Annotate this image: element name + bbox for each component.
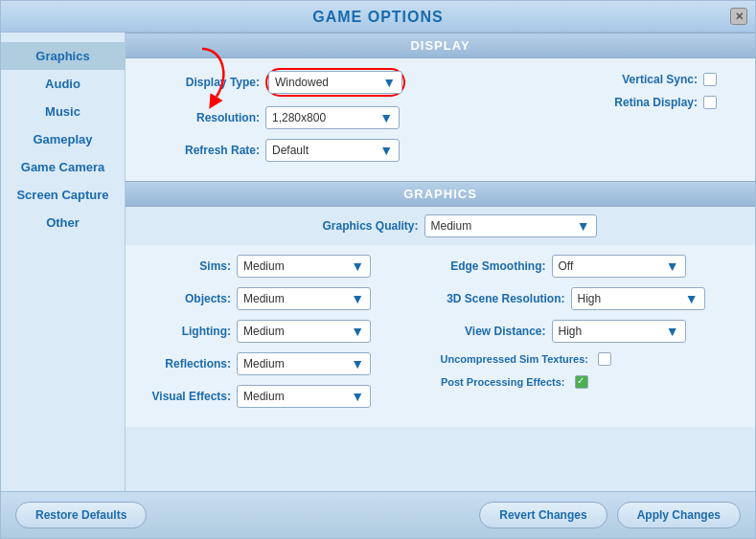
dropdown-arrow-icon: ▼ xyxy=(351,291,364,306)
objects-value: Medium xyxy=(243,292,285,305)
sidebar-item-game-camera[interactable]: Game Camera xyxy=(1,153,125,181)
display-section-body: Display Type: Windowed ▼ Resolution: xyxy=(126,58,755,181)
main-panel: Display Display Type: Windowed ▼ xyxy=(126,33,755,491)
lighting-dropdown[interactable]: Medium ▼ xyxy=(237,320,371,343)
post-processing-row: Post Processing Effects: xyxy=(441,375,737,389)
sidebar-item-graphics[interactable]: Graphics xyxy=(1,42,125,70)
display-top-row: Display Type: Windowed ▼ Resolution: xyxy=(145,68,736,171)
scene-res-label: 3D Scene Resolution: xyxy=(441,292,565,305)
sidebar-item-music[interactable]: Music xyxy=(1,98,125,125)
sidebar: Graphics Audio Music Gameplay Game Camer… xyxy=(1,33,126,491)
dropdown-arrow-icon: ▼ xyxy=(382,75,396,90)
title-bar: Game Options ✕ xyxy=(1,1,755,33)
resolution-value: 1,280x800 xyxy=(272,111,326,124)
dropdown-arrow-icon: ▼ xyxy=(351,356,364,371)
reflections-dropdown[interactable]: Medium ▼ xyxy=(237,352,371,375)
lighting-value: Medium xyxy=(243,325,285,338)
dropdown-arrow-icon: ▼ xyxy=(351,324,364,339)
visual-effects-value: Medium xyxy=(243,390,285,403)
restore-defaults-button[interactable]: Restore Defaults xyxy=(15,502,147,528)
view-distance-row: View Distance: High ▼ xyxy=(441,320,737,343)
sims-value: Medium xyxy=(243,259,285,273)
game-options-window: Game Options ✕ Graphics Audio Music Game… xyxy=(0,0,756,539)
dropdown-arrow-icon: ▼ xyxy=(379,110,393,125)
revert-changes-button[interactable]: Revert Changes xyxy=(479,502,607,528)
graphics-section-header: Graphics xyxy=(126,181,755,207)
vertical-sync-row: Vertical Sync: xyxy=(441,73,718,86)
dropdown-arrow-icon: ▼ xyxy=(685,291,699,306)
display-type-row: Display Type: Windowed ▼ xyxy=(145,68,441,97)
post-processing-checkbox[interactable] xyxy=(575,375,588,389)
sims-label: Sims: xyxy=(145,259,231,273)
sidebar-item-other[interactable]: Other xyxy=(1,209,125,236)
display-type-dropdown[interactable]: Windowed ▼ xyxy=(268,71,402,94)
window-title: Game Options xyxy=(1,9,755,26)
view-distance-value: High xyxy=(559,325,583,338)
display-type-label: Display Type: xyxy=(145,76,260,89)
refresh-rate-dropdown[interactable]: Default ▼ xyxy=(265,139,400,162)
apply-changes-button[interactable]: Apply Changes xyxy=(617,502,741,528)
graphics-right-col: Edge Smoothing: Off ▼ 3D Scene Resolutio… xyxy=(441,255,737,417)
visual-effects-label: Visual Effects: xyxy=(145,390,231,403)
sidebar-item-audio[interactable]: Audio xyxy=(1,70,125,98)
view-distance-dropdown[interactable]: High ▼ xyxy=(552,320,686,343)
footer-right-buttons: Revert Changes Apply Changes xyxy=(479,502,741,528)
uncompressed-row: Uncompressed Sim Textures: xyxy=(441,352,737,366)
lighting-label: Lighting: xyxy=(145,325,231,338)
objects-label: Objects: xyxy=(145,292,231,305)
sidebar-item-gameplay[interactable]: Gameplay xyxy=(1,125,125,153)
resolution-label: Resolution: xyxy=(145,111,260,124)
close-button[interactable]: ✕ xyxy=(730,8,747,25)
scene-res-row: 3D Scene Resolution: High ▼ xyxy=(441,287,737,310)
graphics-section-body: Graphics Quality: Medium ▼ Sims: Medium xyxy=(126,207,755,427)
objects-row: Objects: Medium ▼ xyxy=(145,287,441,310)
dropdown-arrow-icon: ▼ xyxy=(379,143,393,158)
dropdown-arrow-icon: ▼ xyxy=(351,389,364,404)
graphics-quality-dropdown[interactable]: Medium ▼ xyxy=(424,214,597,237)
refresh-rate-label: Refresh Rate: xyxy=(145,144,260,157)
reflections-value: Medium xyxy=(243,357,285,371)
graphics-left-col: Sims: Medium ▼ Objects: Medium ▼ xyxy=(145,255,441,417)
post-processing-label: Post Processing Effects: xyxy=(441,376,565,388)
scene-res-dropdown[interactable]: High ▼ xyxy=(571,287,705,310)
reflections-label: Reflections: xyxy=(145,357,231,371)
scene-res-value: High xyxy=(578,292,602,305)
retina-display-checkbox[interactable] xyxy=(703,96,717,109)
edge-smoothing-value: Off xyxy=(559,259,574,273)
graphics-quality-value: Medium xyxy=(431,219,472,233)
display-type-highlight: Windowed ▼ xyxy=(265,68,405,97)
dropdown-arrow-icon: ▼ xyxy=(666,324,679,339)
graphics-quality-label: Graphics Quality: xyxy=(285,219,419,233)
display-section-header: Display xyxy=(126,33,755,58)
lighting-row: Lighting: Medium ▼ xyxy=(145,320,441,343)
resolution-dropdown[interactable]: 1,280x800 ▼ xyxy=(265,106,400,129)
retina-display-row: Retina Display: xyxy=(441,96,718,109)
uncompressed-label: Uncompressed Sim Textures: xyxy=(441,353,588,365)
footer: Restore Defaults Revert Changes Apply Ch… xyxy=(1,491,755,538)
sidebar-item-screen-capture[interactable]: Screen Capture xyxy=(1,181,125,209)
main-content: Graphics Audio Music Gameplay Game Camer… xyxy=(1,33,755,491)
edge-smoothing-label: Edge Smoothing: xyxy=(441,259,546,273)
graphics-quality-row: Graphics Quality: Medium ▼ xyxy=(126,207,755,245)
resolution-row: Resolution: 1,280x800 ▼ xyxy=(145,106,441,129)
view-distance-label: View Distance: xyxy=(441,325,546,338)
visual-effects-dropdown[interactable]: Medium ▼ xyxy=(237,385,371,408)
dropdown-arrow-icon: ▼ xyxy=(666,258,679,274)
edge-smoothing-dropdown[interactable]: Off ▼ xyxy=(552,255,686,278)
display-left-col: Display Type: Windowed ▼ Resolution: xyxy=(145,68,441,171)
objects-dropdown[interactable]: Medium ▼ xyxy=(237,287,371,310)
sims-row: Sims: Medium ▼ xyxy=(145,255,441,278)
retina-display-label: Retina Display: xyxy=(614,96,698,109)
dropdown-arrow-icon: ▼ xyxy=(577,218,590,234)
visual-effects-row: Visual Effects: Medium ▼ xyxy=(145,385,441,408)
graphics-options-cols: Sims: Medium ▼ Objects: Medium ▼ xyxy=(145,255,736,417)
vertical-sync-checkbox[interactable] xyxy=(703,73,717,86)
vertical-sync-label: Vertical Sync: xyxy=(622,73,698,86)
dropdown-arrow-icon: ▼ xyxy=(351,258,364,274)
display-type-value: Windowed xyxy=(275,76,329,89)
sims-dropdown[interactable]: Medium ▼ xyxy=(237,255,371,278)
refresh-rate-value: Default xyxy=(272,144,309,157)
display-right-col: Vertical Sync: Retina Display: xyxy=(441,68,737,171)
edge-smoothing-row: Edge Smoothing: Off ▼ xyxy=(441,255,737,278)
uncompressed-checkbox[interactable] xyxy=(598,352,611,366)
